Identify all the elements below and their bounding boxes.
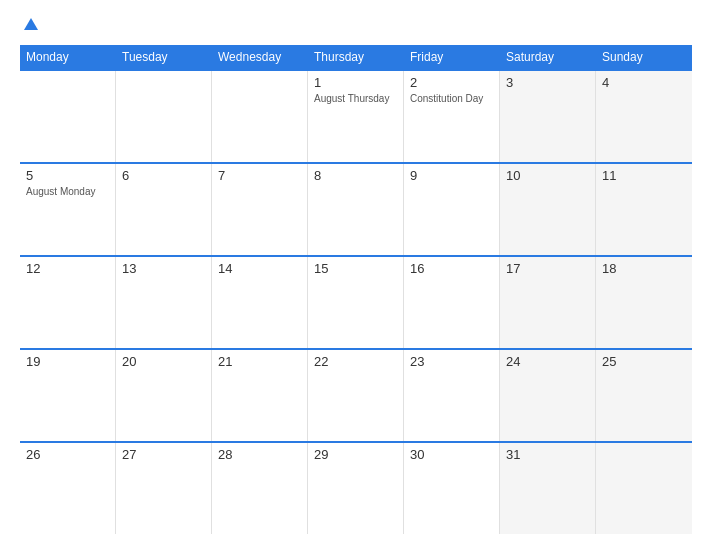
day-number: 25 — [602, 354, 686, 369]
cal-cell: 23 — [404, 350, 500, 441]
day-number: 30 — [410, 447, 493, 462]
calendar: MondayTuesdayWednesdayThursdayFridaySatu… — [20, 45, 692, 534]
holiday-name: August Thursday — [314, 92, 397, 105]
cal-cell: 30 — [404, 443, 500, 534]
cal-cell: 29 — [308, 443, 404, 534]
day-number: 31 — [506, 447, 589, 462]
day-number: 13 — [122, 261, 205, 276]
cal-cell: 4 — [596, 71, 692, 162]
cal-cell: 11 — [596, 164, 692, 255]
day-number: 15 — [314, 261, 397, 276]
header-day-wednesday: Wednesday — [212, 45, 308, 69]
day-number: 8 — [314, 168, 397, 183]
day-number: 22 — [314, 354, 397, 369]
day-number: 4 — [602, 75, 686, 90]
day-number: 26 — [26, 447, 109, 462]
day-number: 19 — [26, 354, 109, 369]
week-row-3: 12131415161718 — [20, 255, 692, 348]
cal-cell: 20 — [116, 350, 212, 441]
day-number: 16 — [410, 261, 493, 276]
header-day-tuesday: Tuesday — [116, 45, 212, 69]
cal-cell — [596, 443, 692, 534]
cal-cell: 13 — [116, 257, 212, 348]
cal-cell: 21 — [212, 350, 308, 441]
day-number: 12 — [26, 261, 109, 276]
cal-cell: 17 — [500, 257, 596, 348]
cal-cell — [20, 71, 116, 162]
calendar-page: MondayTuesdayWednesdayThursdayFridaySatu… — [0, 0, 712, 550]
cal-cell: 27 — [116, 443, 212, 534]
header-day-monday: Monday — [20, 45, 116, 69]
day-number: 10 — [506, 168, 589, 183]
cal-cell: 22 — [308, 350, 404, 441]
day-number: 28 — [218, 447, 301, 462]
day-number: 20 — [122, 354, 205, 369]
cal-cell: 14 — [212, 257, 308, 348]
day-number: 21 — [218, 354, 301, 369]
day-number: 9 — [410, 168, 493, 183]
day-number: 23 — [410, 354, 493, 369]
cal-cell: 26 — [20, 443, 116, 534]
cal-cell: 8 — [308, 164, 404, 255]
week-row-2: 5August Monday67891011 — [20, 162, 692, 255]
cal-cell — [116, 71, 212, 162]
day-number: 17 — [506, 261, 589, 276]
week-row-1: 1August Thursday2Constitution Day34 — [20, 69, 692, 162]
cal-cell: 7 — [212, 164, 308, 255]
calendar-body: 1August Thursday2Constitution Day345Augu… — [20, 69, 692, 534]
header-day-sunday: Sunday — [596, 45, 692, 69]
cal-cell: 31 — [500, 443, 596, 534]
cal-cell: 16 — [404, 257, 500, 348]
header-day-saturday: Saturday — [500, 45, 596, 69]
cal-cell: 15 — [308, 257, 404, 348]
holiday-name: August Monday — [26, 185, 109, 198]
cal-cell: 6 — [116, 164, 212, 255]
page-header — [20, 16, 692, 37]
cal-cell: 12 — [20, 257, 116, 348]
day-number: 24 — [506, 354, 589, 369]
cal-cell: 2Constitution Day — [404, 71, 500, 162]
svg-marker-0 — [24, 18, 38, 30]
logo-icon — [22, 16, 40, 34]
cal-cell: 1August Thursday — [308, 71, 404, 162]
cal-cell: 9 — [404, 164, 500, 255]
day-number: 5 — [26, 168, 109, 183]
week-row-4: 19202122232425 — [20, 348, 692, 441]
cal-cell: 28 — [212, 443, 308, 534]
cal-cell: 10 — [500, 164, 596, 255]
calendar-header-row: MondayTuesdayWednesdayThursdayFridaySatu… — [20, 45, 692, 69]
day-number: 6 — [122, 168, 205, 183]
day-number: 7 — [218, 168, 301, 183]
logo — [20, 16, 40, 37]
day-number: 1 — [314, 75, 397, 90]
week-row-5: 262728293031 — [20, 441, 692, 534]
cal-cell: 25 — [596, 350, 692, 441]
day-number: 3 — [506, 75, 589, 90]
cal-cell: 18 — [596, 257, 692, 348]
cal-cell: 5August Monday — [20, 164, 116, 255]
day-number: 14 — [218, 261, 301, 276]
cal-cell — [212, 71, 308, 162]
cal-cell: 19 — [20, 350, 116, 441]
day-number: 27 — [122, 447, 205, 462]
day-number: 11 — [602, 168, 686, 183]
cal-cell: 3 — [500, 71, 596, 162]
header-day-friday: Friday — [404, 45, 500, 69]
cal-cell: 24 — [500, 350, 596, 441]
holiday-name: Constitution Day — [410, 92, 493, 105]
day-number: 29 — [314, 447, 397, 462]
day-number: 2 — [410, 75, 493, 90]
header-day-thursday: Thursday — [308, 45, 404, 69]
day-number: 18 — [602, 261, 686, 276]
